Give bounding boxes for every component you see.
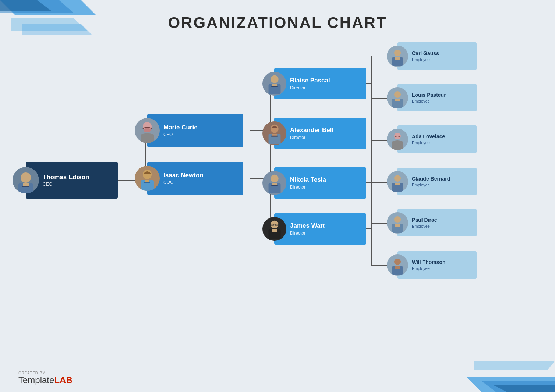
coo-text: Isaac Newton COO [163, 172, 204, 185]
avatar-tesla [262, 171, 286, 195]
svg-marker-3 [0, 0, 52, 11]
svg-point-53 [271, 221, 278, 228]
gauss-text: Carl Gauss Employee [412, 50, 439, 62]
pascal-text: Blaise Pascal Director [290, 77, 330, 90]
avatar-lovelace [387, 129, 408, 150]
svg-rect-52 [271, 185, 278, 186]
svg-marker-5 [467, 377, 555, 392]
page-title: ORGANIZATIONAL CHART [0, 14, 555, 32]
svg-point-66 [394, 175, 401, 182]
svg-rect-44 [271, 86, 278, 87]
node-bell[interactable]: Alexander Bell Director [274, 118, 366, 149]
thomson-text: Will Thomson Employee [412, 259, 446, 271]
node-pascal[interactable]: Blaise Pascal Director [274, 68, 366, 99]
brand-light: Template [18, 375, 54, 385]
tesla-text: Nikola Tesla Director [290, 176, 326, 189]
node-thomson[interactable]: Will Thomson Employee [397, 251, 477, 279]
node-ceo[interactable]: Thomas Edison CEO [26, 162, 118, 199]
pasteur-text: Louis Pasteur Employee [412, 92, 446, 103]
svg-point-62 [394, 91, 401, 98]
svg-rect-40 [144, 182, 150, 183]
svg-point-41 [271, 75, 278, 83]
lovelace-text: Ada Lovelace Employee [412, 133, 445, 145]
svg-point-69 [394, 216, 401, 223]
watermark: CREATED BY Template LAB [18, 371, 73, 385]
avatar-thomson [387, 254, 408, 276]
svg-marker-8 [492, 385, 555, 392]
node-bernard[interactable]: Claude Bernard Employee [397, 168, 477, 195]
svg-point-36 [144, 128, 151, 132]
watt-text: James Watt Director [290, 222, 325, 235]
svg-marker-1 [0, 0, 74, 13]
avatar-dirac [387, 212, 408, 234]
avatar-gauss [387, 46, 408, 67]
svg-point-31 [21, 172, 31, 183]
svg-rect-48 [271, 136, 278, 137]
node-coo[interactable]: Isaac Newton COO [147, 162, 243, 195]
svg-point-49 [271, 175, 278, 182]
ceo-text: Thomas Edison CEO [43, 174, 89, 187]
svg-rect-74 [395, 266, 400, 269]
node-cfo[interactable]: Marie Curie CFO [147, 114, 243, 147]
avatar-cfo [135, 118, 160, 143]
avatar-ceo [13, 167, 39, 193]
svg-rect-71 [395, 224, 400, 227]
bg-decoration-bottomright [452, 333, 555, 392]
svg-rect-34 [22, 186, 29, 187]
node-dirac[interactable]: Paul Dirac Employee [397, 209, 477, 236]
avatar-coo [135, 166, 160, 191]
node-gauss[interactable]: Carl Gauss Employee [397, 42, 477, 70]
cfo-text: Marie Curie CFO [163, 124, 198, 137]
node-tesla[interactable]: Nikola Tesla Director [274, 167, 366, 199]
avatar-watt [262, 217, 286, 241]
brand-bold: LAB [54, 375, 72, 385]
node-lovelace[interactable]: Ada Lovelace Employee [397, 125, 477, 153]
svg-point-72 [394, 259, 401, 265]
bell-text: Alexander Bell Director [290, 126, 333, 140]
svg-rect-55 [272, 229, 277, 232]
bernard-text: Claude Bernard Employee [412, 176, 450, 187]
svg-rect-64 [395, 99, 400, 101]
svg-rect-68 [395, 183, 400, 185]
svg-point-59 [394, 50, 401, 56]
dirac-text: Paul Dirac Employee [412, 217, 437, 228]
avatar-bernard [387, 171, 408, 192]
avatar-pascal [262, 72, 286, 96]
avatar-pasteur [387, 87, 408, 108]
avatar-bell [262, 121, 286, 145]
node-watt[interactable]: James Watt Director [274, 213, 366, 245]
svg-marker-7 [474, 361, 555, 370]
svg-marker-6 [481, 381, 555, 392]
svg-marker-0 [0, 0, 96, 15]
node-pasteur[interactable]: Louis Pasteur Employee [397, 84, 477, 111]
svg-rect-61 [395, 57, 400, 60]
